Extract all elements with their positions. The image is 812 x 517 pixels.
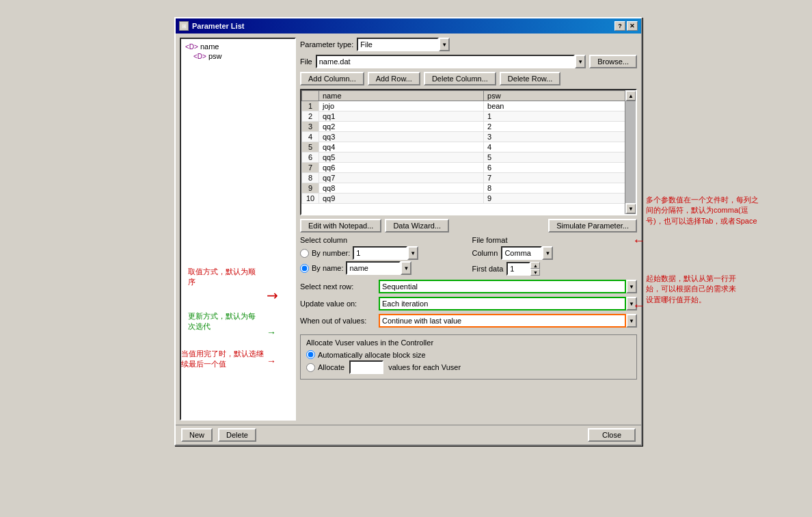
- by-number-value: 1: [353, 246, 407, 260]
- row-name: qq3: [319, 132, 484, 142]
- table-row: 7 qq6 6: [302, 163, 636, 173]
- close-title-button[interactable]: ✕: [627, 21, 638, 31]
- table-row: 9 qq8 8: [302, 183, 636, 194]
- header-name: name: [319, 91, 484, 101]
- select-next-dropdown[interactable]: Sequential ▼: [379, 280, 637, 293]
- file-dropdown[interactable]: name.dat ▼: [316, 55, 586, 68]
- tree-label-name: name: [200, 42, 219, 51]
- param-type-arrow[interactable]: ▼: [439, 38, 450, 51]
- auto-allocate-radio[interactable]: [306, 350, 315, 359]
- row-name: qq1: [319, 111, 484, 122]
- row-psw: 2: [484, 122, 636, 132]
- file-label: File: [300, 57, 312, 66]
- select-next-arrow[interactable]: ▼: [626, 280, 637, 293]
- data-wizard-button[interactable]: Data Wizard...: [385, 219, 449, 233]
- add-column-button[interactable]: Add Column...: [300, 72, 364, 85]
- new-button[interactable]: New: [181, 428, 213, 442]
- column-value: Comma: [501, 246, 542, 260]
- bottom-button-area: New Delete Close: [176, 425, 641, 445]
- delete-row-button[interactable]: Delete Row...: [500, 72, 560, 85]
- row-psw: 4: [484, 142, 636, 153]
- first-data-row: First data 1 ▲ ▼: [472, 262, 638, 276]
- by-number-row: By number: 1 ▼: [300, 246, 465, 260]
- table-row: 1 jojo bean: [302, 101, 636, 111]
- by-number-radio[interactable]: [300, 249, 309, 258]
- by-number-arrow[interactable]: ▼: [407, 246, 418, 260]
- by-name-dropdown[interactable]: name ▼: [346, 261, 411, 275]
- spin-buttons: ▲ ▼: [530, 262, 540, 276]
- row-psw: 7: [484, 173, 636, 183]
- tree-icon-name: <D>: [185, 43, 198, 51]
- param-type-value: File: [357, 38, 439, 51]
- when-out-dropdown[interactable]: Continue with last value ▼: [379, 314, 637, 328]
- auto-allocate-label: Automatically allocate block size: [318, 351, 426, 359]
- select-next-row-row: Select next row: Sequential ▼: [300, 280, 637, 293]
- manual-allocate-suffix: values for each Vuser: [388, 363, 461, 371]
- row-psw: 9: [484, 194, 636, 204]
- scroll-track: [625, 101, 636, 203]
- first-data-input[interactable]: 1: [506, 262, 530, 276]
- header-rownum: [302, 91, 319, 101]
- edit-notepad-button[interactable]: Edit with Notepad...: [300, 219, 381, 233]
- row-name: qq6: [319, 163, 484, 173]
- when-out-value: Continue with last value: [379, 314, 626, 328]
- allocate-legend: Allocate Vuser values in the Controller: [306, 339, 631, 347]
- spin-down[interactable]: ▼: [530, 269, 540, 276]
- by-name-radio[interactable]: [300, 264, 309, 273]
- param-type-label: Parameter type:: [300, 40, 353, 49]
- header-psw: psw: [484, 91, 636, 101]
- add-delete-row: Add Column... Add Row... Delete Column..…: [300, 72, 637, 85]
- add-row-button[interactable]: Add Row...: [368, 72, 420, 85]
- help-button[interactable]: ?: [614, 21, 625, 31]
- auto-allocate-row: Automatically allocate block size: [306, 350, 631, 359]
- update-value-dropdown[interactable]: Each iteration ▼: [379, 297, 637, 310]
- row-num: 7: [302, 163, 319, 173]
- param-type-dropdown[interactable]: File ▼: [357, 38, 450, 51]
- grid-scrollbar[interactable]: ▲ ▼: [625, 90, 636, 214]
- manual-allocate-input[interactable]: [349, 360, 383, 374]
- by-number-dropdown[interactable]: 1 ▼: [353, 246, 418, 260]
- first-data-spin[interactable]: 1 ▲ ▼: [506, 262, 540, 276]
- manual-allocate-radio[interactable]: [306, 363, 315, 372]
- select-fileformat-section: Select column By number: 1 ▼ By name:: [300, 236, 637, 276]
- column-arrow[interactable]: ▼: [542, 246, 553, 260]
- row-name: qq4: [319, 142, 484, 153]
- table-row: 2 qq1 1: [302, 111, 636, 122]
- manual-allocate-label: Allocate: [318, 363, 344, 371]
- column-dropdown[interactable]: Comma ▼: [501, 246, 553, 260]
- simulate-button[interactable]: Simulate Parameter...: [548, 219, 637, 233]
- spin-up[interactable]: ▲: [530, 262, 540, 269]
- row-name: jojo: [319, 101, 484, 111]
- annotation-qishi: 起始数据，默认从第一行开始，可以根据自己的需求来设置哪行值开始。: [646, 274, 736, 305]
- row-num: 8: [302, 173, 319, 183]
- arrow-duoge: ←: [632, 233, 646, 248]
- delete-column-button[interactable]: Delete Column...: [424, 72, 496, 85]
- when-out-arrow[interactable]: ▼: [626, 314, 637, 328]
- update-value-label: Update value on:: [300, 300, 375, 308]
- browse-button[interactable]: Browse...: [589, 55, 637, 68]
- arrow-gengxin: →: [267, 327, 276, 338]
- row-name: qq2: [319, 122, 484, 132]
- first-data-label: First data: [472, 265, 504, 273]
- row-psw: 8: [484, 183, 636, 194]
- tree-item-name[interactable]: <D> name: [184, 42, 292, 51]
- annotation-duoge: 多个参数值在一个文件时，每列之间的分隔符，默认为comma(逗号)，也可以选择T…: [646, 195, 759, 226]
- select-column-section: Select column By number: 1 ▼ By name:: [300, 236, 465, 276]
- right-panel: Parameter type: File ▼ File name.dat ▼ B…: [300, 38, 637, 421]
- arrow-dangzhi: →: [267, 356, 276, 367]
- tree-item-psw[interactable]: <D> psw: [184, 51, 292, 61]
- by-name-arrow[interactable]: ▼: [401, 261, 411, 275]
- dialog-title: Parameter List: [192, 22, 244, 30]
- scroll-down[interactable]: ▼: [625, 203, 636, 214]
- annotation-quzhi: 取值方式，默认为顺序: [188, 267, 256, 288]
- row-psw: 6: [484, 163, 636, 173]
- scroll-up[interactable]: ▲: [625, 90, 636, 101]
- file-format-label: File format: [472, 236, 638, 244]
- row-num: 1: [302, 101, 319, 111]
- file-arrow[interactable]: ▼: [575, 55, 586, 68]
- row-psw: 1: [484, 111, 636, 122]
- close-button[interactable]: Close: [588, 428, 636, 442]
- delete-button[interactable]: Delete: [218, 428, 256, 442]
- row-name: qq9: [319, 194, 484, 204]
- dialog-icon: ⊞: [179, 21, 189, 31]
